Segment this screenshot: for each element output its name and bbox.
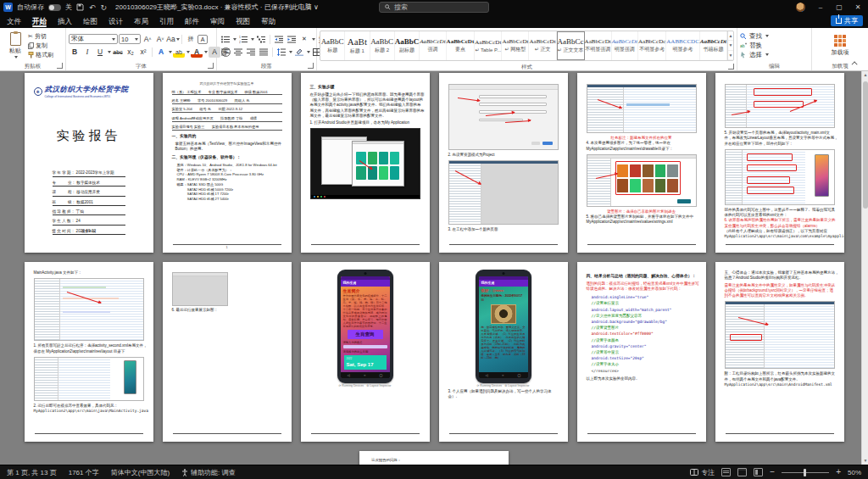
increase-indent-button[interactable]: [286, 34, 298, 45]
tab-draw[interactable]: 绘图: [83, 14, 97, 28]
style-item[interactable]: AaBbCcDt不明显强调: [585, 31, 612, 60]
scroll-down-arrow[interactable]: ▼: [862, 457, 868, 465]
word-count[interactable]: 1761 个字: [69, 468, 99, 477]
bold-button[interactable]: B: [69, 47, 81, 58]
align-right-button[interactable]: [245, 47, 257, 58]
replace-button[interactable]: ab替换: [740, 41, 769, 50]
dialog-launcher-icon[interactable]: [57, 63, 63, 69]
change-case-button[interactable]: Aa: [167, 34, 179, 45]
redo-icon[interactable]: ↻: [101, 3, 108, 12]
page-thumbnail-2[interactable]: 武汉纺织大学外经贸学院实验报告单 院（系） 工程技术 专业 数字媒体技术 班级 …: [163, 73, 292, 253]
dialog-launcher-icon[interactable]: [208, 63, 214, 69]
find-button[interactable]: 查找: [740, 31, 769, 41]
tab-view[interactable]: 视图: [236, 14, 250, 28]
minimize-button[interactable]: –: [812, 1, 829, 14]
styles-more-button[interactable]: ▼: [728, 51, 733, 60]
phonetic-guide-button[interactable]: 拼: [185, 34, 197, 45]
web-layout-button[interactable]: [754, 468, 763, 476]
tab-insert[interactable]: 插入: [58, 14, 72, 28]
paste-button[interactable]: 粘贴: [3, 32, 28, 58]
italic-button[interactable]: I: [81, 47, 93, 58]
zoom-in-button[interactable]: +: [836, 468, 841, 476]
text-effects-button[interactable]: A: [155, 47, 167, 58]
style-item[interactable]: AaBt标题 1: [345, 31, 370, 60]
accessibility-status[interactable]: 辅助功能: 调查: [181, 468, 235, 477]
cut-button[interactable]: ✂剪切: [28, 32, 53, 41]
scroll-up-arrow[interactable]: ▲: [862, 71, 868, 79]
tab-review[interactable]: 审阅: [210, 14, 225, 28]
scrollbar-thumb[interactable]: [863, 81, 868, 209]
shrink-font-button[interactable]: A˅: [154, 34, 166, 45]
grow-font-button[interactable]: A˄: [142, 34, 153, 45]
style-item[interactable]: AaBbC标题: [320, 31, 345, 60]
tab-home[interactable]: 开始: [32, 14, 47, 28]
tab-layout[interactable]: 布局: [134, 14, 148, 28]
line-spacing-button[interactable]: [275, 47, 287, 58]
style-item-selected[interactable]: AaBbCc↵ 正文文本: [557, 31, 585, 60]
asian-layout-button[interactable]: ✕: [298, 34, 310, 45]
page-thumbnail-3[interactable]: 三、实验步骤 在开始步骤之前先介绍一下我们的思路和界面。因为要使用两个界面（输入…: [301, 73, 430, 253]
page-thumbnail-8[interactable]: 6. 最后运行效果展示如图：: [163, 262, 292, 442]
format-painter-button[interactable]: 格式刷: [28, 51, 53, 59]
document-title[interactable]: 20010306029王晓晔_实验03.docx · 兼容性模式 · 已保存到此…: [115, 3, 319, 12]
page-thumbnail-1[interactable]: ❋ 武汉纺织大学外经贸学院 College of International B…: [25, 73, 153, 253]
print-layout-button[interactable]: [737, 468, 747, 476]
page-thumbnail-11[interactable]: 四、结果分析与总结（遇到的问题、解决办法、心得体会）： 遇到的问题：模拟器运行时…: [577, 262, 706, 442]
search-input[interactable]: 搜索: [379, 2, 489, 13]
page-thumbnail-12[interactable]: 五、心得体会：通过本次实验，我掌握了五种基本布局的使用方法，熟悉了Android…: [715, 262, 844, 442]
style-item[interactable]: AaBbCcDt要点: [447, 31, 476, 60]
page-thumbnail-6[interactable]: 5. 开始设置第一个页面的布局，选择layout/activity_main.x…: [715, 73, 844, 253]
superscript-button[interactable]: x²: [137, 47, 149, 58]
font-family-combo[interactable]: 宋体: [69, 34, 118, 44]
autosave-toggle[interactable]: [48, 4, 61, 11]
style-item[interactable]: AaBbCcDt↵ Table P...: [475, 31, 502, 60]
decrease-indent-button[interactable]: [273, 34, 285, 45]
tab-file[interactable]: 文件: [7, 14, 21, 28]
page-thumbnail-10[interactable]: 我的生肖 你好：@wwx 你的出生日期为：2022年9月17日 狗：勤劳成性勇敢…: [439, 262, 568, 442]
page-thumbnail-13[interactable]: 这次报告的问题：: [359, 451, 509, 465]
select-button[interactable]: 选择: [740, 50, 769, 59]
page-thumbnail-9[interactable]: 我的生肖 生肖简介 作为中国传统文化的组成部分，十二生肖（鼠、牛、虎、兔、龙、蛇…: [301, 262, 430, 442]
close-button[interactable]: ✕: [849, 1, 866, 14]
highlight-button[interactable]: ab: [173, 47, 185, 58]
undo-icon[interactable]: ↶: [89, 3, 96, 12]
maximize-button[interactable]: ▢: [831, 1, 848, 14]
styles-scroll-down-button[interactable]: ▼: [728, 41, 733, 50]
character-border-button[interactable]: A: [198, 35, 208, 44]
focus-mode-button[interactable]: 专注: [690, 468, 715, 477]
language-indicator[interactable]: 简体中文(中国大陆): [111, 468, 170, 477]
style-item[interactable]: AaBbCcDt强调: [420, 31, 446, 60]
style-item[interactable]: AaBbCcDt↵ 正文: [529, 31, 556, 60]
strikethrough-button[interactable]: abc: [112, 47, 124, 58]
dialog-launcher-icon[interactable]: [728, 64, 734, 70]
page-thumbnail-4[interactable]: 2. 先设置资源模式为Project 3. 在工程中添加一个新的页面: [439, 73, 568, 253]
save-icon[interactable]: [76, 3, 84, 11]
subscript-button[interactable]: x₂: [125, 47, 136, 58]
tab-references[interactable]: 引用: [159, 14, 174, 28]
style-item[interactable]: AaBbCcDt↵ 网格型: [502, 31, 529, 60]
read-mode-button[interactable]: [721, 468, 731, 476]
vertical-scrollbar[interactable]: ▲ ▼: [861, 71, 868, 465]
dialog-launcher-icon[interactable]: [308, 63, 314, 69]
page-thumbnail-5[interactable]: 红色标注：新建布局文件所在的位置 4. 本次要使用很多图片，为了统一管理，统一放…: [577, 73, 706, 253]
page-thumbnail-7[interactable]: MainActivity.java 文件如下： 1. 所有页面写好之后运行程序：…: [25, 262, 153, 442]
zoom-out-button[interactable]: −: [770, 468, 775, 476]
align-left-button[interactable]: [220, 47, 231, 58]
zoom-slider-thumb[interactable]: [804, 469, 806, 476]
style-item[interactable]: AaBbC副标题: [395, 31, 420, 60]
multilevel-list-button[interactable]: [255, 34, 267, 45]
font-color-button[interactable]: A: [191, 47, 203, 58]
tab-help[interactable]: 帮助: [261, 14, 275, 28]
style-item[interactable]: AABBCCDC明显参考: [666, 31, 700, 60]
zoom-slider[interactable]: [782, 472, 829, 473]
underline-button[interactable]: U: [94, 47, 106, 58]
styles-scroll-up-button[interactable]: ▲: [728, 31, 733, 41]
font-size-combo[interactable]: 10: [119, 34, 141, 44]
style-item[interactable]: AaBbC标题 2: [370, 31, 395, 60]
page-indicator[interactable]: 第 1 页, 共 13 页: [7, 468, 57, 477]
bullet-list-button[interactable]: [220, 34, 231, 45]
avatar[interactable]: [796, 3, 805, 12]
numbered-list-button[interactable]: 12: [237, 34, 249, 45]
copy-button[interactable]: 复制: [28, 42, 53, 50]
style-item[interactable]: AaBbCcDc不明显参考: [638, 31, 666, 60]
